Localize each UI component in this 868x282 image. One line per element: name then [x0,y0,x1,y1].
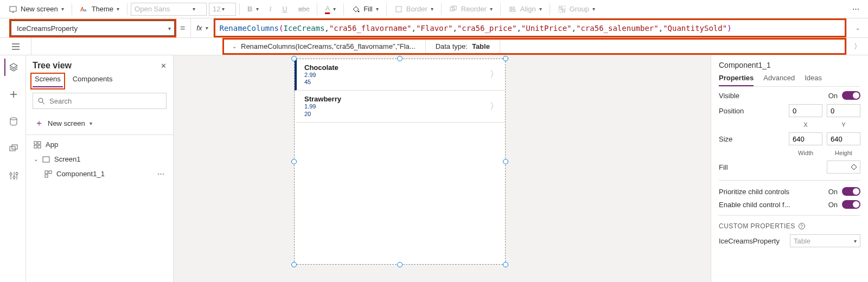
screen-icon [42,156,50,163]
tab-components[interactable]: Components [73,75,113,87]
resize-handle[interactable] [397,56,403,61]
custom-properties-header: CUSTOM PROPERTIES ? [719,222,860,230]
item-title: Chocolate [304,63,339,72]
fill-label: Fill [719,163,827,171]
pos-x-input[interactable] [789,104,822,117]
tab-advanced[interactable]: Advanced [763,74,795,86]
tab-ideas[interactable]: Ideas [805,74,822,86]
search-input[interactable] [49,97,162,105]
pos-y-input[interactable] [827,104,860,117]
svg-rect-0 [10,7,16,11]
height-input[interactable] [827,132,860,145]
formula-expand-button[interactable]: ⌄ [846,18,868,37]
app-icon [34,141,41,149]
tab-screens[interactable]: Screens [33,75,63,87]
width-input[interactable] [789,132,822,145]
fill-menu[interactable]: Fill▾ [347,2,383,17]
svg-point-28 [39,98,43,102]
theme-label: Theme [92,5,113,13]
resize-handle[interactable] [397,262,403,267]
component-frame[interactable]: Chocolate 2.99 45 〉 Strawberry 1.99 20 〉 [294,59,506,265]
property-dropdown[interactable]: IceCreamsProperty ▾ [11,21,175,36]
datatype-cell: Data type: Table [426,38,500,55]
resize-handle[interactable] [503,262,508,267]
separator [127,3,127,15]
chevron-down-icon: ⌄ [34,156,38,162]
prioritize-toggle[interactable] [842,187,860,196]
tree-app[interactable]: App [26,137,173,152]
svg-rect-31 [38,142,41,144]
rail-media-button[interactable] [4,140,22,157]
font-color-button[interactable]: A▾ [321,2,340,17]
item-price: 2.99 [304,72,339,79]
toolbar-more[interactable]: ⋯ [848,2,864,17]
group-menu[interactable]: Group▾ [553,2,599,17]
resize-handle[interactable] [291,56,297,61]
font-size-value: 12 [213,5,220,13]
bold-button[interactable]: B▾ [243,2,263,17]
formula-input[interactable]: RenameColumns(IceCreams,"cra56_flavornam… [214,18,846,37]
svg-rect-9 [511,7,514,9]
close-icon[interactable]: ✕ [161,62,167,70]
resize-handle[interactable] [291,159,297,164]
fx-label: fx [196,24,202,32]
result-next-button[interactable]: 〉 [846,38,868,55]
align-label: Align [520,5,536,13]
chevron-down-icon: ▾ [61,6,64,12]
svg-point-23 [10,173,12,175]
tab-properties[interactable]: Properties [719,74,754,86]
enable-child-toggle[interactable] [842,200,860,209]
separator [550,3,550,15]
group-icon [558,5,566,14]
svg-point-25 [13,176,15,178]
rail-tree-button[interactable] [4,59,22,76]
theme-menu[interactable]: Aa Theme ▾ [75,2,124,17]
svg-rect-5 [396,7,401,12]
svg-point-27 [16,172,18,175]
tree-item-more[interactable]: ⋯ [157,170,165,178]
tree-screen1[interactable]: ⌄ Screen1 [26,152,173,166]
formula-preview-cell[interactable]: ⌄ RenameColumns(IceCreams,"cra56_flavorn… [222,38,426,55]
item-title: Strawberry [304,95,341,103]
canvas[interactable]: Chocolate 2.99 45 〉 Strawberry 1.99 20 〉 [174,55,711,282]
font-size-select[interactable]: 12 ▾ [209,3,236,16]
separator [317,3,317,15]
svg-text:a: a [84,8,87,12]
tree-new-screen[interactable]: ＋ New screen ▾ [26,114,173,132]
visible-toggle[interactable] [842,91,860,100]
list-item[interactable]: Strawberry 1.99 20 〉 [295,91,505,122]
tree-search[interactable] [33,93,167,109]
align-menu[interactable]: Align▾ [504,2,546,17]
fx-button[interactable]: fx ▾ [190,18,214,37]
tree-title: Tree view [33,61,161,70]
strike-button[interactable]: abc [294,2,314,17]
underline-button[interactable]: U [278,2,291,17]
separator [386,3,387,15]
tree-component1[interactable]: Component1_1 ⋯ [26,166,173,181]
separator [72,3,72,15]
hamburger-button[interactable] [0,38,31,55]
item-qty: 45 [304,79,339,86]
reorder-menu[interactable]: Reorder▾ [445,2,497,17]
theme-icon: Aa [80,5,88,14]
tree-screen1-label: Screen1 [54,155,80,163]
rail-tools-button[interactable] [4,167,22,184]
list-item[interactable]: Chocolate 2.99 45 〉 [295,59,505,91]
border-menu[interactable]: Border▾ [390,2,438,17]
equals-sign: = [175,18,190,37]
new-screen-menu[interactable]: New screen ▾ [4,2,68,17]
rail-insert-button[interactable] [4,86,22,103]
italic-button[interactable]: I [265,2,276,17]
custom-prop-type[interactable]: Table ▾ [790,234,860,247]
svg-rect-13 [562,9,564,11]
info-icon[interactable]: ? [799,223,805,229]
separator [441,3,442,15]
resize-handle[interactable] [291,262,297,267]
rail-data-button[interactable] [4,113,22,130]
svg-line-29 [42,102,44,104]
new-screen-label: New screen [21,5,58,13]
resize-handle[interactable] [503,159,508,164]
fill-picker[interactable] [827,161,860,174]
resize-handle[interactable] [503,56,508,61]
font-select[interactable]: Open Sans ▾ [131,3,207,16]
